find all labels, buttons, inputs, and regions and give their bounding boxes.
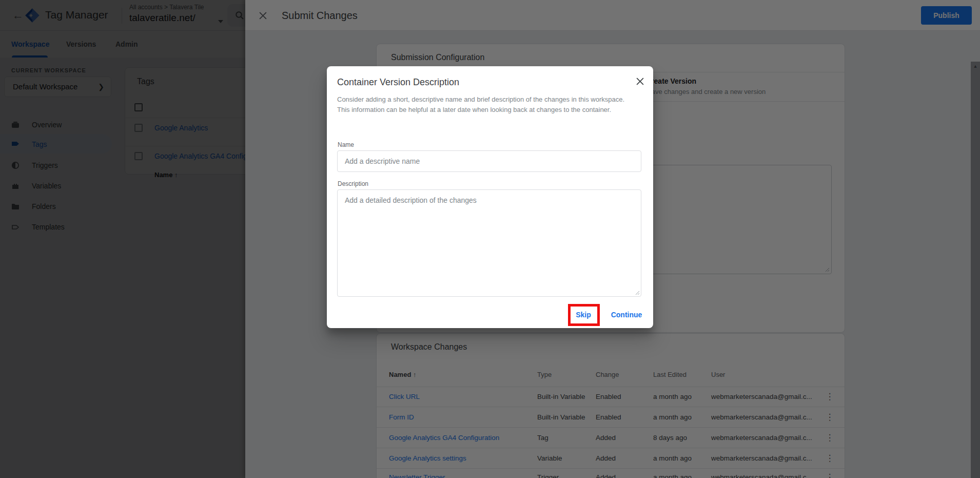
skip-button[interactable]: Skip — [568, 305, 599, 324]
resize-grip-icon[interactable] — [635, 290, 640, 295]
version-description-input[interactable] — [337, 189, 641, 297]
gtm-screen: ← Tag Manager All accounts > Talavera Ti… — [0, 0, 980, 478]
description-field-label: Description — [338, 180, 368, 187]
name-field-label: Name — [338, 141, 354, 148]
dialog-description-text: Consider adding a short, descriptive nam… — [337, 94, 635, 115]
container-version-description-dialog: Container Version Description Consider a… — [327, 66, 653, 328]
continue-button[interactable]: Continue — [605, 305, 648, 324]
dialog-title: Container Version Description — [337, 77, 459, 88]
close-icon[interactable] — [636, 77, 644, 86]
version-name-input[interactable] — [337, 150, 641, 172]
